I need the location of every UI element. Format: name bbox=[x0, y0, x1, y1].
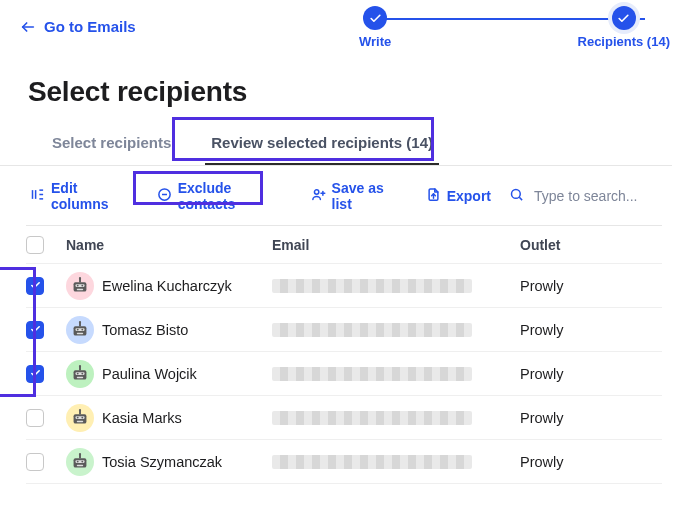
user-plus-icon bbox=[311, 187, 326, 205]
export-icon bbox=[426, 187, 441, 205]
progress-steps: Write Recipients (14) bbox=[353, 0, 688, 54]
table-row: Tosia SzymanczakProwly bbox=[26, 440, 662, 484]
col-outlet: Outlet bbox=[520, 237, 662, 253]
select-all-checkbox[interactable] bbox=[26, 236, 44, 254]
avatar bbox=[66, 272, 94, 300]
row-checkbox[interactable] bbox=[26, 321, 44, 339]
search-input[interactable] bbox=[532, 187, 662, 205]
row-checkbox[interactable] bbox=[26, 409, 44, 427]
save-as-list-button[interactable]: Save as list bbox=[311, 180, 408, 212]
check-icon bbox=[612, 6, 636, 30]
table-header: Name Email Outlet bbox=[26, 226, 662, 264]
outlet-name: Prowly bbox=[520, 322, 662, 338]
contact-name: Kasia Marks bbox=[102, 410, 272, 426]
contact-name: Paulina Wojcik bbox=[102, 366, 272, 382]
save-as-list-label: Save as list bbox=[332, 180, 408, 212]
search-box[interactable] bbox=[509, 187, 662, 205]
step-recipients[interactable]: Recipients (14) bbox=[578, 6, 670, 49]
email-redacted bbox=[272, 455, 472, 469]
col-name: Name bbox=[66, 237, 272, 253]
svg-point-8 bbox=[314, 190, 318, 194]
tab-select-recipients[interactable]: Select recipients bbox=[46, 126, 177, 165]
avatar bbox=[66, 404, 94, 432]
outlet-name: Prowly bbox=[520, 278, 662, 294]
export-button[interactable]: Export bbox=[426, 187, 491, 205]
top-bar: Go to Emails Write Recipients (14) bbox=[0, 0, 688, 54]
tabs: Select recipients Review selected recipi… bbox=[0, 114, 672, 166]
avatar bbox=[66, 448, 94, 476]
avatar bbox=[66, 360, 94, 388]
check-icon bbox=[363, 6, 387, 30]
svg-point-12 bbox=[512, 190, 521, 199]
back-label: Go to Emails bbox=[44, 18, 136, 35]
action-bar: Edit columns Exclude contacts Save as li… bbox=[0, 166, 688, 226]
search-icon bbox=[509, 187, 524, 205]
col-email: Email bbox=[272, 237, 520, 253]
table-row: Tomasz BistoProwly bbox=[26, 308, 662, 352]
edit-columns-label: Edit columns bbox=[51, 180, 139, 212]
step-write[interactable]: Write bbox=[359, 6, 391, 49]
contact-name: Tomasz Bisto bbox=[102, 322, 272, 338]
arrow-left-icon bbox=[20, 19, 36, 35]
email-redacted bbox=[272, 323, 472, 337]
table-row: Paulina WojcikProwly bbox=[26, 352, 662, 396]
recipients-table: Name Email Outlet Ewelina KucharczykProw… bbox=[0, 226, 688, 484]
columns-icon bbox=[30, 187, 45, 205]
row-checkbox[interactable] bbox=[26, 277, 44, 295]
edit-columns-button[interactable]: Edit columns bbox=[30, 180, 139, 212]
page-title: Select recipients bbox=[28, 76, 688, 108]
contact-name: Tosia Szymanczak bbox=[102, 454, 272, 470]
export-label: Export bbox=[447, 188, 491, 204]
avatar bbox=[66, 316, 94, 344]
email-redacted bbox=[272, 411, 472, 425]
exclude-contacts-button[interactable]: Exclude contacts bbox=[157, 180, 293, 212]
back-link[interactable]: Go to Emails bbox=[20, 18, 136, 35]
row-checkbox[interactable] bbox=[26, 365, 44, 383]
contact-name: Ewelina Kucharczyk bbox=[102, 278, 272, 294]
highlight-box bbox=[172, 117, 434, 161]
email-redacted bbox=[272, 279, 472, 293]
step-write-label: Write bbox=[359, 34, 391, 49]
minus-circle-icon bbox=[157, 187, 172, 205]
table-row: Kasia MarksProwly bbox=[26, 396, 662, 440]
exclude-contacts-label: Exclude contacts bbox=[178, 180, 293, 212]
step-recipients-label: Recipients (14) bbox=[578, 34, 670, 49]
outlet-name: Prowly bbox=[520, 410, 662, 426]
outlet-name: Prowly bbox=[520, 454, 662, 470]
outlet-name: Prowly bbox=[520, 366, 662, 382]
email-redacted bbox=[272, 367, 472, 381]
svg-line-13 bbox=[519, 197, 522, 200]
row-checkbox[interactable] bbox=[26, 453, 44, 471]
table-row: Ewelina KucharczykProwly bbox=[26, 264, 662, 308]
